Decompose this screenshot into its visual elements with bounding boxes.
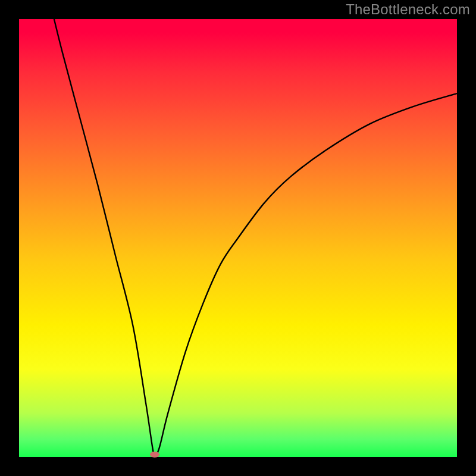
plot-area xyxy=(19,19,457,457)
watermark-text: TheBottleneck.com xyxy=(346,1,470,18)
chart-frame: TheBottleneck.com xyxy=(0,0,476,476)
minimum-marker xyxy=(150,452,159,458)
curve-line xyxy=(19,19,457,457)
